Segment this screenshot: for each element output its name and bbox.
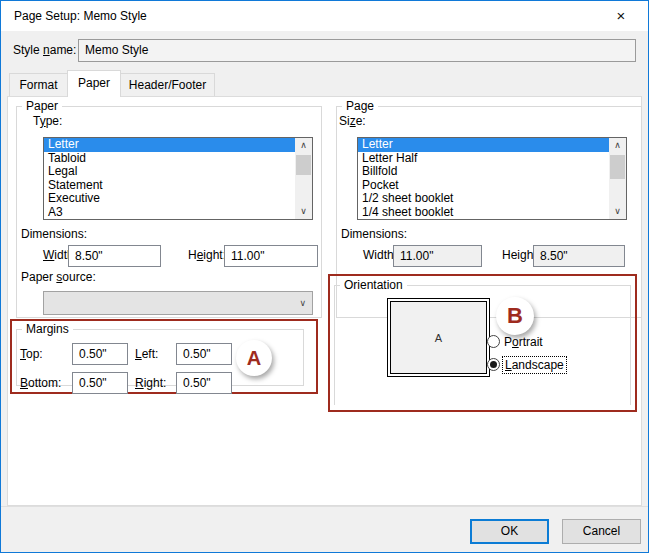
page-group-label: Page <box>342 99 378 113</box>
orientation-group-label: Orientation <box>340 278 407 292</box>
paper-dimensions-label: Dimensions: <box>21 227 87 241</box>
tab-paper[interactable]: Paper <box>67 70 121 97</box>
orientation-preview-page: A <box>390 301 487 374</box>
landscape-radio[interactable] <box>487 358 500 371</box>
landscape-radio-label[interactable]: Landscape <box>502 356 567 374</box>
list-item[interactable]: Billfold <box>358 165 609 179</box>
paper-width-field[interactable]: 8.50" <box>68 245 161 267</box>
list-item[interactable]: Executive <box>44 192 295 206</box>
page-width-field: 11.00" <box>393 245 482 267</box>
list-item[interactable]: Letter <box>44 138 295 152</box>
paper-tab-panel: Paper Type: Letter Tabloid Legal Stateme… <box>7 96 642 506</box>
margin-top-label: Top: <box>20 347 43 361</box>
scroll-down-icon[interactable]: ∨ <box>609 204 626 219</box>
page-setup-dialog: Page Setup: Memo Style × Style name: Mem… <box>0 0 649 553</box>
close-icon[interactable]: × <box>600 1 642 31</box>
margin-right-label: Right: <box>135 376 166 390</box>
list-item[interactable]: Letter Half <box>358 152 609 166</box>
style-name-label: Style name: <box>13 38 76 62</box>
page-size-label: Size: <box>339 114 366 128</box>
page-size-listbox[interactable]: Letter Letter Half Billfold Pocket 1/2 s… <box>357 137 627 220</box>
title-bar: Page Setup: Memo Style × <box>1 1 648 31</box>
margin-right-field[interactable]: 0.50" <box>176 372 232 394</box>
list-item[interactable]: Letter <box>358 138 609 152</box>
paper-type-label: Type: <box>33 114 62 128</box>
scrollbar[interactable]: ∧ ∨ <box>609 138 626 219</box>
margin-bottom-label: Bottom: <box>20 376 61 390</box>
margin-left-field[interactable]: 0.50" <box>176 343 232 365</box>
paper-height-field[interactable]: 11.00" <box>224 245 318 267</box>
annotation-badge-b: B <box>496 297 534 335</box>
portrait-radio-label[interactable]: Portrait <box>504 334 543 350</box>
scroll-down-icon[interactable]: ∨ <box>295 204 312 219</box>
page-dimensions-label: Dimensions: <box>341 227 407 241</box>
paper-source-dropdown[interactable]: ∨ <box>43 291 313 315</box>
paper-height-label: Height: <box>188 248 226 262</box>
paper-source-label: Paper source: <box>21 270 96 284</box>
page-height-field: 8.50" <box>533 245 625 267</box>
margin-top-field[interactable]: 0.50" <box>72 343 128 365</box>
list-item[interactable]: Tabloid <box>44 152 295 166</box>
list-item[interactable]: Legal <box>44 165 295 179</box>
ok-button[interactable]: OK <box>470 519 549 544</box>
page-width-label: Width: <box>363 248 397 262</box>
margin-left-label: Left: <box>135 347 158 361</box>
list-item[interactable]: 1/4 sheet booklet <box>358 206 609 220</box>
chevron-down-icon: ∨ <box>299 292 306 314</box>
tab-format[interactable]: Format <box>9 73 68 97</box>
paper-type-items: Letter Tabloid Legal Statement Executive… <box>44 138 295 219</box>
dialog-title: Page Setup: Memo Style <box>14 1 147 31</box>
margin-bottom-field[interactable]: 0.50" <box>72 372 128 394</box>
list-item[interactable]: Pocket <box>358 179 609 193</box>
list-item[interactable]: A3 <box>44 206 295 220</box>
cancel-button[interactable]: Cancel <box>562 519 641 544</box>
paper-type-listbox[interactable]: Letter Tabloid Legal Statement Executive… <box>43 137 313 220</box>
scroll-up-icon[interactable]: ∧ <box>295 138 312 153</box>
dialog-footer: OK Cancel <box>1 506 648 553</box>
annotation-badge-a: A <box>236 340 272 376</box>
scrollbar-thumb[interactable] <box>610 155 625 179</box>
tab-header-footer[interactable]: Header/Footer <box>120 73 215 97</box>
margins-group-label: Margins <box>22 322 73 336</box>
scroll-up-icon[interactable]: ∧ <box>609 138 626 153</box>
page-size-items: Letter Letter Half Billfold Pocket 1/2 s… <box>358 138 609 219</box>
style-name-field[interactable]: Memo Style <box>78 39 636 62</box>
scrollbar[interactable]: ∧ ∨ <box>295 138 312 219</box>
portrait-radio[interactable] <box>487 335 500 348</box>
list-item[interactable]: Statement <box>44 179 295 193</box>
list-item[interactable]: 1/2 sheet booklet <box>358 192 609 206</box>
paper-group-label: Paper <box>22 99 62 113</box>
orientation-preview: A <box>387 298 490 377</box>
scrollbar-thumb[interactable] <box>296 155 311 175</box>
